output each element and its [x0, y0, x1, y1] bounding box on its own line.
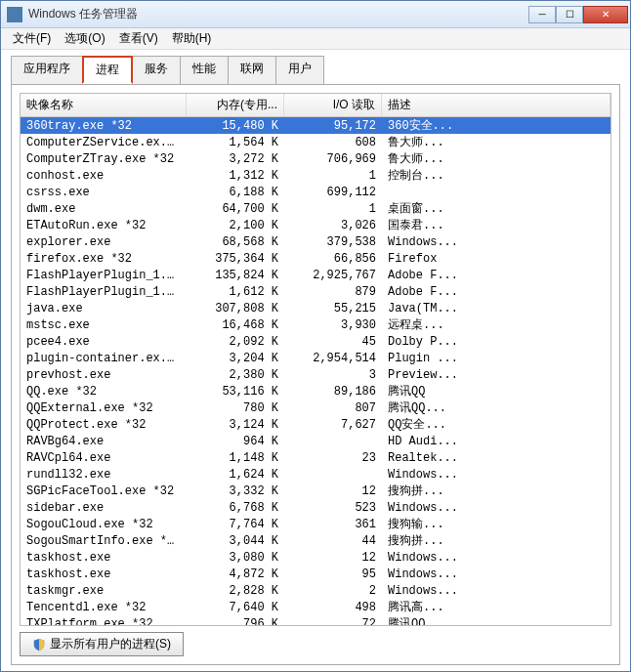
close-button[interactable]: ✕ — [583, 6, 628, 23]
cell-name: prevhost.exe — [21, 368, 187, 382]
table-row[interactable]: ComputerZService.ex...1,564 K608鲁大师... — [21, 134, 610, 150]
cell-name: SGPicFaceTool.exe *32 — [21, 484, 187, 498]
tab-services[interactable]: 服务 — [132, 56, 181, 84]
cell-io: 72 — [284, 617, 382, 627]
table-row[interactable]: ETAutoRun.exe *322,100 K3,026国泰君... — [21, 217, 610, 233]
table-row[interactable]: explorer.exe68,568 K379,538Windows... — [21, 233, 610, 250]
menu-view[interactable]: 查看(V) — [113, 28, 164, 49]
cell-io: 1 — [284, 169, 382, 183]
cell-io: 2 — [284, 584, 382, 598]
cell-desc: QQ安全... — [382, 416, 610, 433]
tab-processes[interactable]: 进程 — [82, 56, 133, 84]
table-row[interactable]: plugin-container.ex...3,204 K2,954,514Pl… — [21, 350, 610, 366]
cell-memory: 6,768 K — [187, 501, 284, 515]
table-row[interactable]: 360tray.exe *3215,480 K95,172360安全... — [21, 117, 610, 134]
table-row[interactable]: firefox.exe *32375,364 K66,856Firefox — [21, 250, 610, 267]
cell-name: pcee4.exe — [21, 335, 187, 349]
cell-memory: 135,824 K — [187, 269, 284, 282]
menu-options[interactable]: 选项(O) — [59, 28, 110, 49]
menu-help[interactable]: 帮助(H) — [166, 28, 218, 49]
app-icon — [7, 7, 22, 22]
col-header-desc[interactable]: 描述 — [382, 94, 610, 116]
cell-io: 699,112 — [284, 186, 382, 199]
table-row[interactable]: sidebar.exe6,768 K523Windows... — [21, 499, 610, 516]
cell-desc: 腾讯高... — [382, 599, 610, 615]
cell-desc: 远程桌... — [382, 316, 610, 333]
col-header-memory[interactable]: 内存(专用... — [187, 94, 284, 116]
cell-memory: 3,204 K — [187, 352, 284, 365]
table-row[interactable]: rundll32.exe1,624 KWindows... — [21, 466, 610, 483]
tab-applications[interactable]: 应用程序 — [11, 56, 83, 84]
cell-desc: 搜狗拼... — [382, 483, 610, 499]
cell-memory: 3,044 K — [187, 534, 284, 548]
menu-file[interactable]: 文件(F) — [7, 28, 57, 49]
col-header-io[interactable]: I/O 读取 — [284, 94, 382, 116]
cell-memory: 3,124 K — [187, 418, 284, 432]
table-row[interactable]: QQExternal.exe *32780 K807腾讯QQ... — [21, 399, 610, 416]
table-row[interactable]: QQProtect.exe *323,124 K7,627QQ安全... — [21, 416, 610, 433]
tab-performance[interactable]: 性能 — [180, 56, 229, 84]
table-row[interactable]: SGPicFaceTool.exe *323,332 K12搜狗拼... — [21, 483, 610, 499]
cell-io: 2,925,767 — [284, 269, 382, 282]
cell-desc: Windows... — [382, 584, 610, 598]
cell-name: SogouSmartInfo.exe *32 — [21, 534, 187, 548]
table-row[interactable]: taskhost.exe4,872 K95Windows... — [21, 566, 610, 582]
cell-name: TXPlatform.exe *32 — [21, 617, 187, 627]
tab-users[interactable]: 用户 — [275, 56, 324, 84]
table-row[interactable]: SogouCloud.exe *327,764 K361搜狗输... — [21, 516, 610, 532]
col-header-name[interactable]: 映像名称 — [21, 94, 187, 116]
table-row[interactable]: SogouSmartInfo.exe *323,044 K44搜狗拼... — [21, 532, 610, 549]
window-title: Windows 任务管理器 — [28, 6, 528, 22]
process-list[interactable]: 映像名称 内存(专用... I/O 读取 描述 360tray.exe *321… — [20, 93, 611, 626]
cell-io: 361 — [284, 518, 382, 531]
titlebar[interactable]: Windows 任务管理器 ─ ☐ ✕ — [1, 1, 630, 28]
cell-io: 807 — [284, 401, 382, 415]
cell-io: 95 — [284, 567, 382, 581]
cell-name: QQ.exe *32 — [21, 385, 187, 399]
cell-desc: 鲁大师... — [382, 150, 610, 167]
table-row[interactable]: dwm.exe64,700 K1桌面窗... — [21, 200, 610, 217]
table-row[interactable]: csrss.exe6,188 K699,112 — [21, 184, 610, 200]
tab-content: 映像名称 内存(专用... I/O 读取 描述 360tray.exe *321… — [11, 84, 620, 665]
shield-icon — [32, 638, 46, 651]
cell-desc: Windows... — [382, 468, 610, 482]
cell-desc: Windows... — [382, 501, 610, 515]
table-row[interactable]: mstsc.exe16,468 K3,930远程桌... — [21, 316, 610, 333]
table-row[interactable]: pcee4.exe2,092 K45Dolby P... — [21, 333, 610, 350]
cell-memory: 4,872 K — [187, 567, 284, 581]
cell-io: 3 — [284, 368, 382, 382]
table-row[interactable]: RAVCpl64.exe1,148 K23Realtek... — [21, 449, 610, 466]
table-row[interactable]: QQ.exe *3253,116 K89,186腾讯QQ — [21, 383, 610, 399]
minimize-button[interactable]: ─ — [528, 6, 556, 23]
table-row[interactable]: RAVBg64.exe964 KHD Audi... — [21, 433, 610, 449]
cell-desc: Adobe F... — [382, 269, 610, 282]
cell-name: explorer.exe — [21, 235, 187, 249]
table-row[interactable]: java.exe307,808 K55,215Java(TM... — [21, 300, 610, 316]
table-row[interactable]: taskmgr.exe2,828 K2Windows... — [21, 582, 610, 599]
cell-name: sidebar.exe — [21, 501, 187, 515]
cell-memory: 2,380 K — [187, 368, 284, 382]
show-all-users-label: 显示所有用户的进程(S) — [50, 636, 171, 652]
show-all-users-button[interactable]: 显示所有用户的进程(S) — [20, 632, 184, 656]
cell-desc: 搜狗输... — [382, 516, 610, 532]
table-row[interactable]: ComputerZTray.exe *323,272 K706,969鲁大师..… — [21, 150, 610, 167]
table-row[interactable]: conhost.exe1,312 K1控制台... — [21, 167, 610, 184]
table-row[interactable]: FlashPlayerPlugin_1...135,824 K2,925,767… — [21, 267, 610, 283]
table-row[interactable]: FlashPlayerPlugin_1...1,612 K879Adobe F.… — [21, 283, 610, 300]
cell-desc: HD Audi... — [382, 435, 610, 448]
cell-io: 523 — [284, 501, 382, 515]
cell-io: 66,856 — [284, 252, 382, 266]
table-row[interactable]: prevhost.exe2,380 K3Preview... — [21, 366, 610, 383]
tab-networking[interactable]: 联网 — [228, 56, 276, 84]
cell-io: 12 — [284, 484, 382, 498]
cell-memory: 1,624 K — [187, 468, 284, 482]
cell-desc: 腾讯QQ — [382, 383, 610, 399]
table-row[interactable]: TXPlatform.exe *32796 K72腾讯QQ... — [21, 615, 610, 626]
maximize-button[interactable]: ☐ — [556, 6, 583, 23]
table-row[interactable]: Tencentdl.exe *327,640 K498腾讯高... — [21, 599, 610, 615]
table-row[interactable]: taskhost.exe3,080 K12Windows... — [21, 549, 610, 566]
cell-name: RAVBg64.exe — [21, 435, 187, 448]
cell-desc: Windows... — [382, 567, 610, 581]
cell-io: 95,172 — [284, 119, 382, 133]
cell-name: java.exe — [21, 302, 187, 315]
